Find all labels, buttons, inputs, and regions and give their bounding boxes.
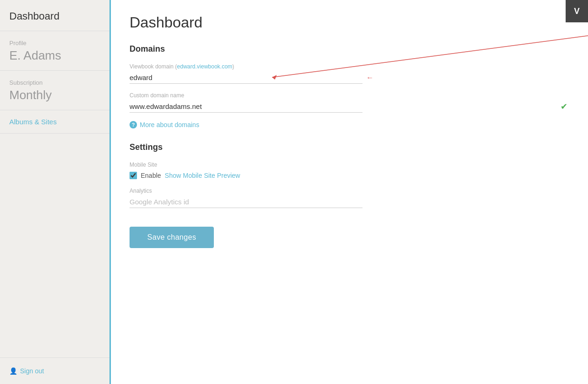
sidebar: Dashboard Profile E. Adams Subscription … [0, 0, 111, 384]
sidebar-bottom: 👤 Sign out [0, 357, 109, 384]
main-content: Dashboard Domains Viewbook domain (edwar… [111, 0, 588, 384]
custom-domain-input[interactable] [130, 101, 362, 113]
sidebar-profile-section: Profile E. Adams [0, 31, 109, 71]
sign-out-link[interactable]: 👤 Sign out [9, 367, 100, 375]
avatar: V [566, 0, 588, 22]
custom-domain-input-wrap: ✔ [130, 101, 569, 113]
enable-checkbox[interactable] [130, 172, 137, 179]
profile-label: Profile [9, 40, 100, 47]
analytics-input[interactable] [130, 196, 362, 208]
viewbook-domain-label-end: ) [232, 63, 234, 70]
sidebar-subscription-section: Subscription Monthly [0, 71, 109, 110]
custom-domain-field-group: Custom domain name ✔ [130, 92, 569, 113]
sidebar-title: Dashboard [0, 0, 109, 31]
analytics-field-group: Analytics [130, 188, 569, 208]
settings-section: Settings Mobile Site Enable Show Mobile … [130, 142, 569, 248]
arrow-indicator: ← [366, 74, 374, 82]
save-changes-button[interactable]: Save changes [130, 227, 214, 248]
person-icon: 👤 [9, 367, 17, 375]
help-icon: ? [130, 121, 137, 128]
viewbook-domain-link[interactable]: edward.viewbook.com [177, 63, 232, 70]
domains-heading: Domains [130, 44, 569, 54]
profile-value: E. Adams [9, 48, 100, 63]
viewbook-domain-label-text: Viewbook domain ( [130, 63, 177, 70]
page-title: Dashboard [130, 14, 569, 31]
more-domains-link[interactable]: ? More about domains [130, 121, 569, 128]
show-mobile-preview-link[interactable]: Show Mobile Site Preview [165, 172, 240, 179]
settings-heading: Settings [130, 142, 569, 152]
sidebar-item-albums-sites[interactable]: Albums & Sites [0, 110, 109, 134]
domains-section: Domains Viewbook domain (edward.viewbook… [130, 44, 569, 128]
viewbook-domain-input-wrap: ← [130, 72, 569, 84]
analytics-label: Analytics [130, 188, 569, 194]
viewbook-domain-field-group: Viewbook domain (edward.viewbook.com) ← [130, 63, 569, 84]
enable-checkbox-row: Enable Show Mobile Site Preview [130, 172, 569, 179]
viewbook-domain-label: Viewbook domain (edward.viewbook.com) [130, 63, 569, 70]
more-domains-label: More about domains [140, 121, 199, 128]
custom-domain-label: Custom domain name [130, 92, 569, 99]
subscription-value: Monthly [9, 88, 100, 102]
subscription-label: Subscription [9, 79, 100, 86]
sign-out-label: Sign out [20, 367, 44, 375]
viewbook-domain-input[interactable] [130, 72, 362, 84]
enable-label: Enable [141, 172, 161, 179]
check-icon: ✔ [561, 101, 567, 112]
mobile-site-label: Mobile Site [130, 162, 569, 168]
